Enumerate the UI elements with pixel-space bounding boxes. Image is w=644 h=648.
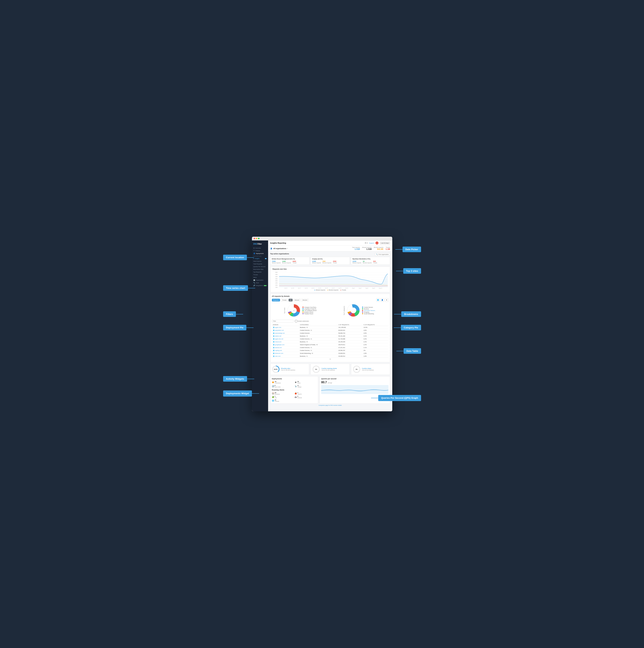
table-row[interactable]: 🌐icloud.com Business, +4 29,159,345 2.2% bbox=[272, 340, 389, 343]
dep-count-relays: 8 bbox=[298, 385, 301, 386]
include-subdomains-checkbox[interactable] bbox=[295, 320, 297, 322]
table-row[interactable]: 🌐aladns.net Business, +3 53,131,260 4.1% bbox=[272, 335, 389, 337]
deployments-grid: 🔶 14 Collections 🖥 13 bbox=[272, 381, 317, 388]
gear-icon[interactable]: ⚙ 0 bbox=[365, 242, 367, 244]
cell-percent: 4.6% bbox=[362, 332, 388, 335]
table-row[interactable]: 🌐tiktokcdn.com Social Networking, +2 23,… bbox=[272, 352, 389, 355]
roaming-grid: 🪟 19 Windows 🍎 bbox=[272, 392, 317, 402]
table-load-more[interactable]: ⊕ bbox=[272, 358, 389, 361]
cat-dot-2 bbox=[362, 308, 363, 309]
roaming-section: Roaming clients 🪟 19 Windows bbox=[272, 389, 317, 402]
y-label-15m: 15M bbox=[273, 287, 278, 288]
dep-item-sync: 🔄 0 Sync tools bbox=[272, 385, 294, 388]
table-row[interactable]: 🌐playstation.net Content Servers, +1 60,… bbox=[272, 329, 389, 332]
sidebar-item-overview[interactable]: ⊞ Overview bbox=[252, 247, 268, 250]
qps-chart bbox=[321, 385, 388, 394]
maximize-button[interactable] bbox=[258, 238, 259, 239]
cell-category: Content Servers, +1 bbox=[299, 329, 337, 332]
cat-dot-3 bbox=[362, 310, 363, 311]
chart-legend: Allowed requests Blocked requests Threat… bbox=[273, 289, 388, 291]
filter-all-btn[interactable]: All bbox=[289, 299, 293, 302]
sidebar-item-label: Policies bbox=[255, 250, 260, 252]
date-picker[interactable]: Last 30 days bbox=[380, 242, 390, 245]
legend-allowed: Allowed requests bbox=[314, 289, 325, 291]
sidebar-item-qps[interactable]: Queries Per Second bbox=[252, 265, 268, 268]
user-avatar[interactable]: A bbox=[376, 241, 379, 245]
domain-icon: 🌐 bbox=[273, 350, 275, 351]
org-card-2[interactable]: Anaptyx (24.4%) 318M Allowed requests 35… bbox=[310, 257, 350, 265]
cell-category: Social Networking, +2 bbox=[299, 352, 337, 355]
sidebar-item-threats[interactable]: Threats bbox=[252, 273, 268, 276]
sidebar-item-top-requests[interactable]: Top Requests bbox=[252, 271, 268, 273]
sidebar-item-most-active-sites[interactable]: Most Active Sites bbox=[252, 268, 268, 271]
table-row[interactable]: 🌐sapling.nok Content Servers, +1 25,556,… bbox=[272, 349, 389, 352]
y-label-50m: 50M bbox=[273, 272, 278, 273]
annotation-date-picker: Date Picker bbox=[402, 247, 421, 252]
footer-text[interactable]: Companion page for DNS resolver details bbox=[318, 404, 342, 406]
sidebar-item-integrations[interactable]: 🔗 Integrations new bbox=[252, 284, 268, 287]
activity-sub-1: Out of 155 (56 inactive) bbox=[281, 369, 295, 371]
domain-icon: 🌐 bbox=[273, 330, 275, 331]
sidebar-item-label: Top Requests bbox=[253, 271, 262, 273]
cell-category: Search Engines & Portals, +5 bbox=[299, 343, 337, 346]
download-icon-btn[interactable]: ⬇ bbox=[385, 298, 389, 302]
filter-threats-btn[interactable]: Threats bbox=[281, 299, 288, 302]
find-org-input[interactable]: Find organization bbox=[379, 254, 389, 255]
cat-legend-item-4: Shopping bbox=[362, 312, 376, 313]
activity-donut-1: 63.9% bbox=[272, 365, 280, 373]
table-row[interactable]: 🌐apple.com Business, +4 141,155,632 10.9… bbox=[272, 326, 389, 329]
reporting-section: Reporting bbox=[252, 255, 268, 257]
activity-link-2[interactable]: 0 active roaming clients bbox=[321, 368, 337, 369]
x-label: Jul 31 bbox=[345, 287, 348, 289]
annotation-filters: Filters bbox=[223, 311, 236, 317]
activity-link-3[interactable]: 0 active relays bbox=[362, 368, 374, 369]
domain-search-input[interactable] bbox=[272, 320, 294, 322]
network-icon-btn[interactable]: 🌐 bbox=[376, 298, 380, 302]
filter-requests-btn[interactable]: Requests bbox=[272, 299, 280, 302]
sidebar-item-policies[interactable]: 🛡 Policies bbox=[252, 250, 268, 252]
sidebar-item-deployments[interactable]: 👤 Deployments bbox=[252, 252, 268, 255]
activity-percent-2: 0% bbox=[315, 369, 317, 370]
table-row[interactable]: 🌐googleapis.com Search Engines & Portals… bbox=[272, 343, 389, 346]
activity-widget-2: 0% 0 active roaming clients Out of 34 (3… bbox=[310, 364, 350, 375]
cell-percent: 2.2% bbox=[362, 340, 388, 343]
support-link[interactable]: Support bbox=[369, 242, 374, 244]
domain-icon: 🌐 bbox=[273, 344, 275, 345]
sidebar-item-tools[interactable]: 🔧 Tools bbox=[252, 281, 268, 284]
activity-donut-2: 0% bbox=[312, 365, 320, 373]
sidebar-item-data-explorer[interactable]: Data Explorer bbox=[252, 260, 268, 263]
col-domain: Domain bbox=[272, 324, 299, 326]
dep-label-3: The Caribbean Resort bbox=[304, 310, 317, 311]
activity-percent-3: 0% bbox=[356, 369, 357, 370]
close-button[interactable] bbox=[254, 238, 255, 239]
org-card-1[interactable]: Brittain Resort Management (51.1%) 759M … bbox=[270, 257, 309, 265]
annotation-category-pie: Category Pie bbox=[401, 325, 421, 330]
org-card-3[interactable]: Wyndham Worldwide (7.9%) 102M Allowed re… bbox=[351, 257, 390, 265]
x-label: Jul 25 bbox=[325, 287, 328, 289]
sidebar-item-total-requests[interactable]: Total Requests bbox=[252, 263, 268, 265]
table-row[interactable]: 🌐akamai.net Content Servers, +1 27,221,3… bbox=[272, 346, 389, 349]
minimize-button[interactable] bbox=[256, 238, 257, 239]
table-row[interactable]: 🌐akamaiedge.net Content Servers 59,899,7… bbox=[272, 332, 389, 335]
cat-label-3: Information Technol... bbox=[364, 310, 376, 311]
deployment-pie-chart: ● bbox=[287, 303, 301, 318]
sidebar-item-alerts[interactable]: Alerts bbox=[252, 276, 268, 279]
deployments-card: Deployments 🔶 14 Collections bbox=[270, 376, 318, 403]
sidebar-item-organization[interactable]: 🏢 Organization bbox=[252, 279, 268, 281]
org-name-2: Anaptyx (24.4%) bbox=[312, 258, 348, 260]
org-selector[interactable]: All organizations ▼ bbox=[273, 248, 288, 250]
ios-icon: 🍏 bbox=[272, 396, 274, 398]
table-row[interactable]: 🌐uber.com Business, +1 23,490,514 1.8% bbox=[272, 355, 389, 358]
sidebar-item-insights[interactable]: ● Insights ● bbox=[252, 257, 268, 260]
category-pie-chart bbox=[346, 303, 361, 318]
cell-percent: 2.2% bbox=[362, 343, 388, 346]
filter-allowed-btn[interactable]: Allowed bbox=[293, 299, 300, 302]
activity-link-1[interactable]: 59 active sites bbox=[281, 368, 295, 369]
filter-blocked-btn[interactable]: Blocked bbox=[301, 299, 309, 302]
table-row[interactable]: 🌐apple-dns.net Content Servers, +1 41,72… bbox=[272, 337, 389, 340]
cat-label-5: Social Networking bbox=[364, 313, 374, 314]
user-icon-btn[interactable]: 👤 bbox=[381, 298, 384, 302]
chevron-down-icon: ▼ bbox=[287, 248, 288, 249]
activity-info-3: 0 active relays Out of 8 (8 inactive) bbox=[362, 368, 374, 371]
sync-icon: 🔄 bbox=[272, 385, 274, 387]
